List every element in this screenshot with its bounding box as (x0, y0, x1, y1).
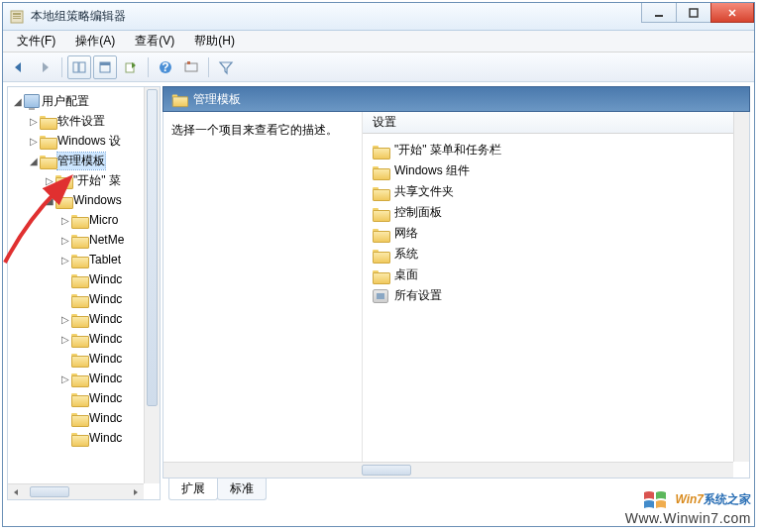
forward-button[interactable] (33, 55, 56, 79)
folder-icon (71, 431, 87, 445)
details-pane: 管理模板 选择一个项目来查看它的描述。 设置 "开始" 菜单和任务栏 Windo… (163, 86, 750, 500)
toolbar-separator (148, 57, 149, 77)
folder-icon (373, 164, 388, 178)
settings-list: 设置 "开始" 菜单和任务栏 Windows 组件 共享文件夹 控制面板 网络 … (362, 112, 733, 462)
toolbar: ? (3, 53, 754, 82)
main-split: ◢用户配置 ▷软件设置 ▷Windows 设 ◢管理模板 ▷"开始" 菜 ◢Wi… (3, 84, 754, 502)
list-item[interactable]: 系统 (363, 244, 733, 265)
svg-rect-4 (655, 15, 663, 17)
close-button[interactable] (710, 3, 754, 23)
svg-rect-7 (79, 62, 85, 72)
folder-icon (40, 114, 55, 128)
tree-node[interactable]: ▷Windc (8, 369, 144, 388)
tree-view[interactable]: ◢用户配置 ▷软件设置 ▷Windows 设 ◢管理模板 ▷"开始" 菜 ◢Wi… (8, 87, 144, 483)
filter-button[interactable] (214, 55, 238, 79)
options-button[interactable] (179, 55, 203, 79)
scrollbar-thumb[interactable] (147, 89, 158, 406)
tree-node[interactable]: Windc (8, 428, 144, 448)
settings-icon (373, 289, 388, 303)
svg-rect-3 (13, 18, 21, 19)
details-header: 管理模板 (163, 86, 750, 112)
description-text: 选择一个项目来查看它的描述。 (171, 122, 354, 139)
toolbar-separator (61, 57, 62, 77)
tree-node[interactable]: Windc (8, 349, 144, 369)
back-button[interactable] (7, 55, 31, 79)
show-tree-button[interactable] (67, 55, 91, 79)
minimize-button[interactable] (641, 3, 677, 23)
tree-node[interactable]: ▷NetMe (8, 230, 144, 250)
tree-node[interactable]: ▷Windc (8, 309, 144, 329)
tree-node-software[interactable]: ▷软件设置 (8, 111, 144, 131)
tab-extended[interactable]: 扩展 (168, 479, 218, 500)
menu-action[interactable]: 操作(A) (65, 31, 125, 52)
list-item[interactable]: 桌面 (363, 265, 733, 285)
svg-rect-13 (185, 63, 197, 71)
expand-icon[interactable]: ▷ (59, 215, 71, 226)
list-item[interactable]: "开始" 菜单和任务栏 (363, 140, 733, 160)
list-item[interactable]: 所有设置 (363, 285, 733, 306)
tab-standard[interactable]: 标准 (217, 479, 267, 500)
tree-node[interactable]: ▷Windc (8, 329, 144, 349)
folder-icon (71, 272, 87, 286)
list-item[interactable]: 网络 (363, 223, 733, 244)
expand-icon[interactable]: ▷ (59, 235, 71, 246)
tree-node[interactable]: ▷Tablet (8, 250, 144, 269)
list-item[interactable]: 控制面板 (363, 202, 733, 223)
folder-icon (71, 352, 87, 366)
collapse-icon[interactable]: ◢ (44, 195, 55, 206)
tree-horizontal-scrollbar[interactable] (8, 483, 144, 499)
tree-node[interactable]: Windc (8, 269, 144, 289)
tree-vertical-scrollbar[interactable] (144, 87, 160, 483)
folder-icon (71, 213, 87, 227)
folder-icon (373, 227, 388, 241)
maximize-button[interactable] (676, 3, 711, 23)
tree-node-start-menu[interactable]: ▷"开始" 菜 (8, 170, 144, 190)
tree-node-user-config[interactable]: ◢用户配置 (8, 91, 144, 111)
scroll-left-icon[interactable] (8, 485, 24, 499)
tree-node-windows-components[interactable]: ◢Windows (8, 190, 144, 210)
svg-rect-5 (690, 9, 698, 17)
collapse-icon[interactable]: ◢ (28, 156, 40, 166)
folder-icon (40, 134, 55, 148)
help-button[interactable]: ? (154, 55, 177, 79)
details-vertical-scrollbar[interactable] (733, 112, 749, 462)
menu-file[interactable]: 文件(F) (7, 31, 65, 52)
list-item[interactable]: 共享文件夹 (363, 181, 733, 202)
collapse-icon[interactable]: ◢ (12, 96, 24, 107)
tree-node-admin-templates[interactable]: ◢管理模板 (8, 151, 144, 170)
expand-icon[interactable]: ▷ (28, 136, 40, 147)
expand-icon[interactable]: ▷ (59, 373, 71, 384)
tree-node[interactable]: Windc (8, 388, 144, 408)
list-column-header[interactable]: 设置 (363, 112, 733, 134)
description-column: 选择一个项目来查看它的描述。 (163, 112, 362, 462)
svg-rect-2 (13, 16, 21, 17)
toolbar-separator (208, 57, 209, 77)
expand-icon[interactable]: ▷ (28, 116, 40, 127)
expand-icon[interactable]: ▷ (59, 314, 71, 325)
window-frame: 本地组策略编辑器 文件(F) 操作(A) 查看(V) 帮助(H) ? ◢用户配置 (2, 2, 755, 527)
scroll-right-icon[interactable] (128, 485, 144, 499)
menu-view[interactable]: 查看(V) (125, 31, 184, 52)
properties-button[interactable] (93, 55, 117, 79)
svg-text:?: ? (162, 60, 168, 74)
menu-help[interactable]: 帮助(H) (184, 31, 245, 52)
computer-icon (24, 94, 40, 108)
expand-icon[interactable]: ▷ (59, 334, 71, 345)
export-button[interactable] (119, 55, 143, 79)
folder-icon (172, 93, 186, 106)
details-horizontal-scrollbar[interactable] (163, 462, 733, 478)
list-item[interactable]: Windows 组件 (363, 160, 733, 181)
tree-node[interactable]: Windc (8, 408, 144, 428)
folder-icon (40, 154, 55, 167)
tree-node-windows-settings[interactable]: ▷Windows 设 (8, 131, 144, 151)
expand-icon[interactable]: ▷ (44, 175, 55, 186)
expand-icon[interactable]: ▷ (59, 255, 71, 266)
details-content: 选择一个项目来查看它的描述。 设置 "开始" 菜单和任务栏 Windows 组件… (163, 112, 750, 479)
app-icon (9, 9, 25, 25)
tree-node[interactable]: Windc (8, 289, 144, 309)
tree-node[interactable]: ▷Micro (8, 210, 144, 230)
scrollbar-thumb[interactable] (362, 465, 411, 476)
folder-icon (71, 312, 87, 326)
scrollbar-thumb[interactable] (30, 486, 69, 497)
view-tabs: 扩展 标准 (163, 479, 750, 500)
